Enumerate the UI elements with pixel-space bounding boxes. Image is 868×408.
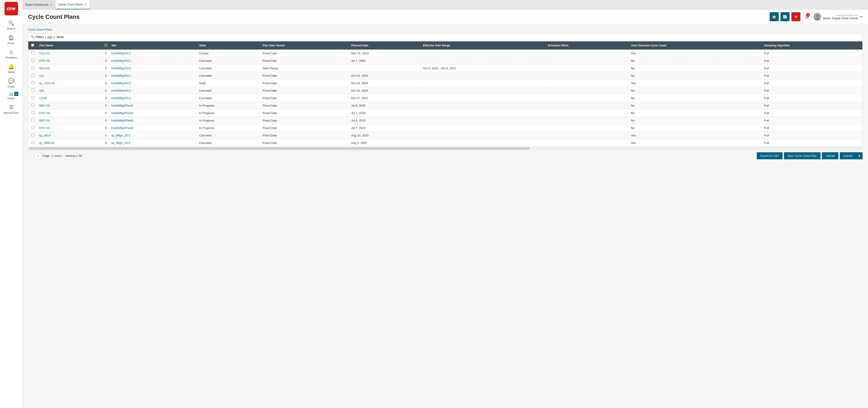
row-checkbox[interactable] [31,126,34,129]
plan-name-link[interactable]: 0810-01 [39,66,50,70]
count-cell[interactable]: 0 [102,50,110,57]
filter-edit-link[interactable]: edit [48,35,52,39]
site-link[interactable]: Hub6MfgADC1 [111,82,131,85]
count-cell[interactable]: 0 [102,124,110,132]
plan-name-link[interactable]: 1511-01 [39,52,50,55]
site-link[interactable]: Hub6MfgAPlant1 [111,119,133,122]
row-checkbox[interactable] [31,134,34,137]
plan-name-link[interactable]: 101 [39,89,44,92]
tab-cycle-count-plans[interactable]: Cycle Count Plans ✕ [56,0,90,9]
notification-bell[interactable]: ☰ 1 [805,14,809,20]
select-all-checkbox[interactable] [31,44,34,47]
site-link[interactable]: Hub6MfgADC1 [111,59,131,62]
row-checkbox[interactable] [31,74,34,77]
site-link[interactable]: Hub6MfgADC1 [111,52,131,55]
user-info: user@example.com Buyer Supply Chain Admi… [823,14,858,20]
close-button[interactable]: ✕ [792,12,800,21]
count-cell[interactable]: 0 [102,72,110,80]
th-site: Site [110,41,197,50]
row-checkbox[interactable] [31,81,34,84]
row-checkbox[interactable] [31,104,34,107]
row-checkbox[interactable] [31,119,34,121]
auto-generate-cell: No [629,102,762,109]
upload-button[interactable]: Upload [822,152,838,159]
row-checkbox[interactable] [31,66,34,69]
row-checkbox[interactable] [31,51,34,54]
sidebar-item-menus[interactable]: ☰ Menus/Favs [0,102,22,117]
close-icon[interactable]: ✕ [50,3,53,6]
count-cell[interactable]: 0 [102,139,110,147]
sidebar-item-alerts[interactable]: 🔔 Alerts [0,62,22,76]
user-section[interactable]: user@example.com Buyer Supply Chain Admi… [813,13,863,21]
new-cycle-count-plan-button[interactable]: New Cycle Count Plan [784,152,820,159]
tab-buyer-dashboard[interactable]: Buyer Dashboard ✕ [23,0,56,9]
count-cell[interactable]: 0 [102,94,110,102]
page-title: Cycle Count Plans [28,13,80,20]
site-link[interactable]: Hub6MfgADC1 [111,96,131,100]
sidebar-item-problems[interactable]: ⚠ Problems [0,47,22,62]
plan-name-link[interactable]: 0707-01 [39,126,50,130]
count-cell[interactable]: 0 [102,57,110,64]
search-icon: 🔍 [8,20,14,26]
count-cell[interactable]: 0 [102,102,110,109]
scrollbar-thumb[interactable] [29,147,530,150]
sidebar-item-chats[interactable]: 💬 Chats [0,76,22,90]
count-cell[interactable]: 0 [102,117,110,124]
site-link[interactable]: Hub6MfgAPlant1 [111,104,133,107]
site-cell: Hub6MfgAPlant1 [110,124,197,132]
sidebar-item-home[interactable]: 🏠 Home [0,33,22,47]
count-cell[interactable]: 0 [102,64,110,72]
problems-icon: ⚠ [9,49,13,55]
auto-generate-cell: No [629,72,762,80]
plan-name-link[interactable]: sp_0814 [39,134,51,137]
row-checkbox-cell [28,87,37,94]
plan-name-link[interactable]: 0707-02 [39,59,50,62]
row-checkbox[interactable] [31,111,34,114]
sampling-algorithm-cell: Full [762,132,862,139]
count-cell[interactable]: 0 [102,109,110,117]
plan-name-link[interactable]: 0607-03 [39,119,50,122]
site-link[interactable]: Hub6MfgADC1 [111,89,131,92]
plan-name-cell: 0707-03 [37,109,102,117]
breadcrumb[interactable]: Cycle Count Plans [28,28,863,31]
plan-name-link[interactable]: sp_1023-03 [39,82,55,85]
site-link[interactable]: Hub6MfgAPlant1 [111,111,133,115]
plan-name-link[interactable]: sp_0805-02 [39,141,55,145]
table-row: 1110Hub6MfgADC1CanceledFixed DateOct 23,… [28,72,862,80]
actions-dropdown-button[interactable]: ▼ [856,152,863,159]
more-pages-link[interactable]: more... [55,154,64,157]
site-link[interactable]: sp_MfgA_DC1 [111,134,130,137]
plan-name-link[interactable]: 0607-02 [39,104,50,107]
state-cell: Closed [197,50,261,57]
plan-name-link[interactable]: 0707-03 [39,111,50,115]
count-cell[interactable]: 0 [102,80,110,87]
app-logo[interactable]: one [4,2,18,16]
plan-name-link[interactable]: 111 [39,74,44,78]
count-cell[interactable]: 0 [102,87,110,94]
horizontal-scrollbar[interactable] [28,147,862,150]
row-checkbox[interactable] [31,96,34,99]
auto-generate-cell: No [629,87,762,94]
actions-button[interactable]: Actions [840,152,856,159]
sidebar-item-search[interactable]: 🔍 Search [0,18,22,33]
site-link[interactable]: Hub6MfgADC1 [111,74,131,78]
row-checkbox[interactable] [31,89,34,92]
plan-name-link[interactable]: 12345 [39,96,47,100]
count-cell[interactable]: 0 [102,132,110,139]
export-csv-button[interactable]: Export to CSV [757,152,782,159]
close-icon[interactable]: ✕ [84,3,87,6]
prev-page-button[interactable]: ‹ [28,153,34,159]
dropdown-icon[interactable]: ▼ [860,15,863,18]
row-checkbox[interactable] [31,141,34,144]
sidebar-item-switch[interactable]: 🔄 ⇄ Switch [0,90,22,102]
site-link[interactable]: sp_MfgA_DC1 [111,141,130,145]
refresh-button[interactable]: 🔄 [780,12,789,21]
site-link[interactable]: Hub6MfgAPlant1 [111,126,133,130]
row-checkbox[interactable] [31,59,34,62]
auto-generate-cell: Yes [629,139,762,147]
row-checkbox-cell [28,117,37,124]
site-link[interactable]: Hub6MfgADC1 [111,66,131,70]
next-page-button[interactable]: › [35,153,41,159]
favorite-button[interactable]: ⭐ [770,12,779,21]
auto-generate-cell: No [629,94,762,102]
